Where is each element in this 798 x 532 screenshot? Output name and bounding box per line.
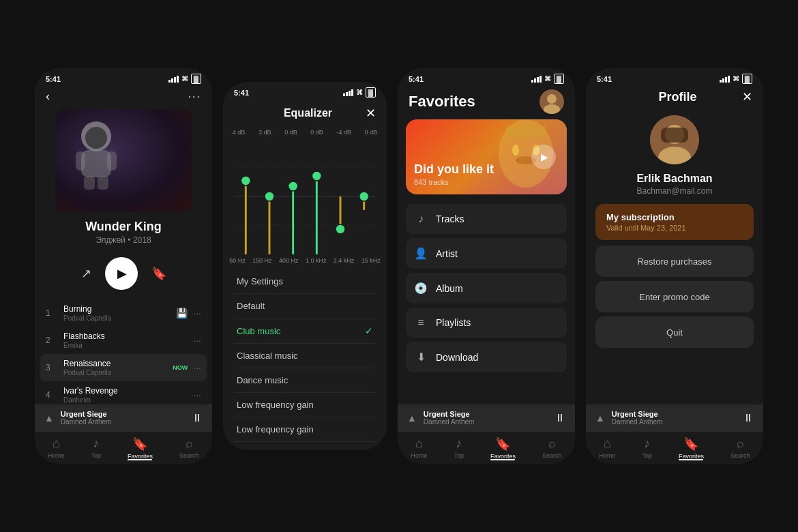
- share-button[interactable]: ↗: [81, 266, 91, 281]
- featured-subtitle: 843 tracks: [414, 178, 494, 186]
- subscription-validity: Valid until May 23, 2021: [606, 224, 743, 232]
- mini-expand-icon[interactable]: ▲: [44, 413, 54, 424]
- favorites-icon: 🔖: [132, 437, 147, 452]
- nav-home[interactable]: ⌂ Home: [411, 437, 427, 459]
- user-avatar[interactable]: [540, 89, 564, 114]
- profile-name: Erlik Bachman: [586, 173, 763, 185]
- svg-rect-16: [316, 176, 318, 254]
- menu-tracks[interactable]: ♪ Tracks: [406, 204, 567, 234]
- track-more-icon[interactable]: ···: [193, 389, 201, 400]
- promo-code-button[interactable]: Enter promo code: [595, 281, 754, 312]
- nav-favorites[interactable]: 🔖 Favorites: [128, 437, 153, 460]
- eq-preset-my-settings[interactable]: My Settings: [234, 269, 376, 294]
- eq-preset-lowfreq2[interactable]: Low frequency gain: [234, 417, 376, 442]
- eq-preset-lowfreq1[interactable]: Low frequency gain: [234, 393, 376, 417]
- avatar-image: [650, 115, 699, 164]
- track-item-active[interactable]: 3 Renaissance Podval Captella NOW ···: [40, 354, 207, 381]
- save-icon[interactable]: 💾: [176, 308, 188, 319]
- play-icon: ▶: [117, 266, 127, 281]
- search-icon: ⌕: [186, 437, 193, 451]
- bookmark-button[interactable]: 🔖: [151, 266, 166, 281]
- track-number: 3: [46, 363, 58, 372]
- track-more-icon[interactable]: ···: [193, 362, 201, 373]
- back-button[interactable]: ‹: [46, 89, 50, 104]
- preset-name: My Settings: [237, 276, 283, 286]
- menu-playlists[interactable]: ≡ Playlists: [406, 308, 567, 338]
- track-actions: NOW ···: [173, 362, 201, 373]
- menu-artist[interactable]: 👤 Artist: [406, 238, 567, 269]
- now-playing-badge: NOW: [173, 364, 188, 371]
- nav-top[interactable]: ♪ Top: [91, 437, 101, 459]
- preset-name: Low frequency gain: [237, 400, 314, 410]
- svg-rect-3: [76, 151, 85, 171]
- mini-expand-icon[interactable]: ▲: [595, 413, 605, 424]
- mini-expand-icon[interactable]: ▲: [407, 413, 417, 424]
- home-icon: ⌂: [415, 437, 423, 451]
- subscription-card[interactable]: My subscription Valid until May 23, 2021: [595, 204, 754, 240]
- more-button[interactable]: ···: [188, 91, 201, 103]
- search-icon: ⌕: [548, 437, 556, 451]
- quit-button[interactable]: Quit: [595, 316, 754, 348]
- freq-label: 150 Hz: [252, 257, 272, 264]
- featured-title: Did you like it: [414, 162, 494, 177]
- bottom-nav-3: ⌂ Home ♪ Top 🔖 Favorites ⌕ Search: [398, 431, 575, 464]
- favorites-menu: ♪ Tracks 👤 Artist 💿 Album ≡ Playlists ⬇ …: [398, 201, 575, 379]
- close-button[interactable]: ✕: [742, 89, 752, 104]
- wifi-icon: ⌘: [544, 75, 551, 83]
- eq-preset-club[interactable]: Club music ✓: [234, 319, 376, 344]
- featured-card[interactable]: ▶ Did you like it 843 tracks: [406, 119, 567, 194]
- track-artist-sub: Danheim: [63, 396, 193, 404]
- status-bar-3: 5:41 ⌘ ▓: [398, 68, 575, 87]
- freq-label: 2.4 kHz: [334, 257, 355, 264]
- astronaut-image: [69, 116, 123, 191]
- db-label: 3 dB: [258, 129, 271, 136]
- mini-pause-icon[interactable]: ⏸: [555, 412, 565, 424]
- nav-search[interactable]: ⌕ Search: [179, 437, 199, 459]
- menu-playlists-label: Playlists: [436, 317, 471, 328]
- restore-purchases-button[interactable]: Restore purchases: [595, 246, 754, 277]
- nav-favorites[interactable]: 🔖 Favorites: [490, 437, 516, 460]
- track-item[interactable]: 2 Flashbacks Emika ···: [40, 327, 207, 354]
- eq-preset-classical[interactable]: Classical music: [234, 344, 376, 368]
- menu-album[interactable]: 💿 Album: [406, 273, 567, 304]
- track-number: 4: [46, 390, 58, 400]
- track-item[interactable]: 1 Burning Podval Captella 💾 ···: [40, 299, 207, 327]
- album-icon: 💿: [414, 282, 428, 295]
- svg-rect-2: [81, 150, 111, 177]
- mini-player-info: Urgent Siege Damned Anthem: [612, 410, 736, 426]
- nav-top-label: Top: [642, 452, 652, 459]
- nav-home-label: Home: [599, 452, 615, 459]
- svg-point-21: [359, 192, 369, 201]
- nav-favorites[interactable]: 🔖 Favorites: [679, 437, 704, 460]
- freq-label: 15 kHz: [361, 257, 381, 264]
- wifi-icon: ⌘: [181, 75, 188, 83]
- eq-preset-dance[interactable]: Dance music: [234, 368, 376, 393]
- bottom-nav-1: ⌂ Home ♪ Top 🔖 Favorites ⌕ Search: [35, 431, 212, 464]
- nav-search[interactable]: ⌕ Search: [730, 437, 750, 459]
- svg-point-19: [336, 224, 345, 234]
- svg-point-11: [241, 176, 250, 186]
- nav-top[interactable]: ♪ Top: [454, 437, 464, 459]
- eq-preset-default[interactable]: Default: [234, 294, 376, 319]
- track-more-icon[interactable]: ···: [193, 308, 201, 319]
- top-icon: ♪: [644, 437, 650, 451]
- nav-search[interactable]: ⌕ Search: [542, 437, 562, 459]
- mini-pause-icon[interactable]: ⏸: [192, 412, 203, 424]
- preset-name: Low frequency gain: [237, 424, 314, 434]
- db-label: 0 dB: [310, 129, 323, 136]
- menu-download[interactable]: ⬇ Download: [406, 342, 567, 372]
- freq-label: 1.0 kHz: [306, 257, 327, 264]
- favorites-icon: 🔖: [683, 437, 698, 452]
- nav-home[interactable]: ⌂ Home: [599, 437, 615, 459]
- close-button[interactable]: ✕: [366, 106, 376, 121]
- featured-play-button[interactable]: ▶: [531, 145, 556, 169]
- play-button[interactable]: ▶: [105, 257, 138, 290]
- track-title: Wunder King: [46, 220, 201, 234]
- track-info: Wunder King Элджей • 2018: [35, 220, 212, 252]
- nav-home[interactable]: ⌂ Home: [48, 437, 64, 459]
- nav-top[interactable]: ♪ Top: [642, 437, 652, 459]
- mini-pause-icon[interactable]: ⏸: [743, 412, 754, 424]
- battery-icon: ▓: [742, 74, 752, 84]
- track-more-icon[interactable]: ···: [193, 335, 201, 346]
- nav-top-label: Top: [454, 452, 464, 459]
